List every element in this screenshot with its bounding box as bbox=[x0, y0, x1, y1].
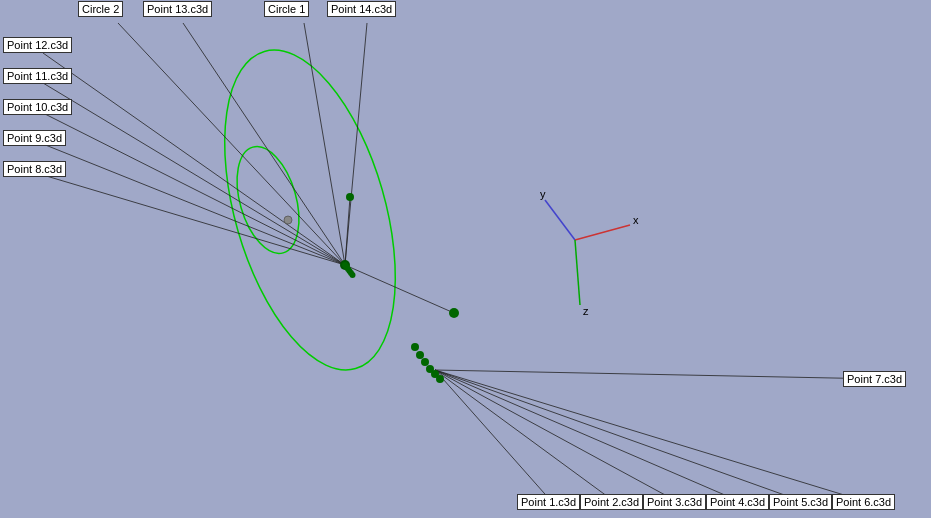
canvas bbox=[0, 0, 931, 518]
viewport: Circle 2Point 13.c3dCircle 1Point 14.c3d… bbox=[0, 0, 931, 518]
